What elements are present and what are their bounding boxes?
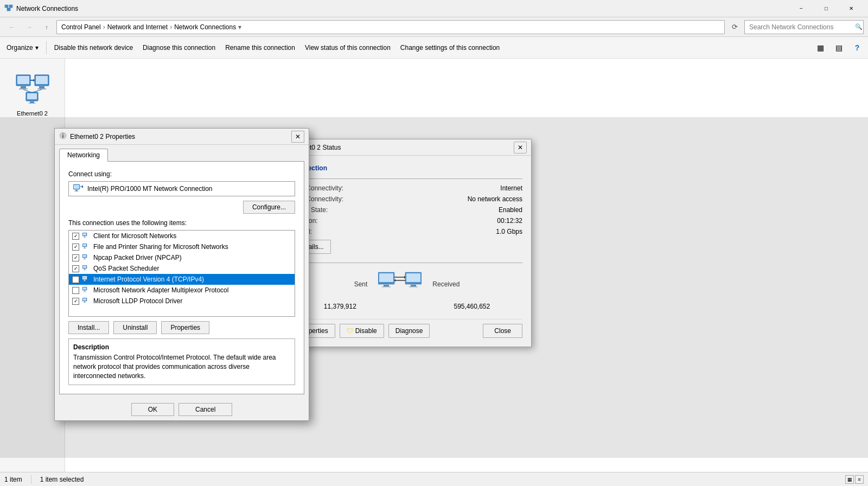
back-button[interactable]: ← <box>4 20 20 35</box>
svg-line-19 <box>23 89 31 92</box>
list-item[interactable]: ✓Client for Microsoft Networks <box>69 231 295 241</box>
breadcrumb-network-internet[interactable]: Network and Internet <box>107 23 168 31</box>
duration-value: 00:12:32 <box>497 217 522 225</box>
view-list-button[interactable]: ≡ <box>855 475 864 484</box>
list-item-checkbox[interactable]: ✓ <box>72 254 79 261</box>
list-item[interactable]: ✓Microsoft LLDP Protocol Driver <box>69 296 295 306</box>
list-item-checkbox[interactable]: ✓ <box>72 233 79 240</box>
svg-rect-51 <box>83 255 86 257</box>
svg-rect-27 <box>411 285 416 286</box>
view-status-button[interactable]: View status of this connection <box>301 39 395 57</box>
network-device-icon[interactable] <box>15 69 50 106</box>
search-icon-button[interactable]: 🔍 <box>855 23 863 30</box>
adapter-row: Intel(R) PRO/1000 MT Network Connection <box>68 181 295 196</box>
dialog-overlay: Ethernet0 2 Status ✕ Connection IPv4 Con… <box>0 117 868 458</box>
list-item-checkbox[interactable]: ✓ <box>72 265 79 272</box>
list-item[interactable]: ✓QoS Packet Scheduler <box>69 263 295 274</box>
activity-row: Sent <box>291 270 522 298</box>
disable-button[interactable]: Disable this network device <box>50 39 137 57</box>
list-item-checkbox[interactable]: ✓ <box>72 298 79 305</box>
svg-rect-35 <box>62 135 63 138</box>
list-item[interactable]: ✓Internet Protocol Version 4 (TCP/IPv4) <box>69 274 295 285</box>
breadcrumb-network-connections[interactable]: Network Connections <box>174 23 236 31</box>
status-dialog-title: Ethernet0 2 Status <box>287 144 514 151</box>
rename-button[interactable]: Rename this connection <box>221 39 299 57</box>
svg-rect-22 <box>379 273 393 282</box>
status-row-duration: Duration: 00:12:32 <box>291 217 522 225</box>
activity-section: Sent <box>291 263 522 310</box>
list-item[interactable]: Microsoft Network Adapter Multiplexor Pr… <box>69 285 295 296</box>
svg-rect-68 <box>84 302 85 303</box>
connect-using-label: Connect using: <box>68 170 295 178</box>
maximize-button[interactable]: □ <box>814 0 839 17</box>
install-button[interactable]: Install... <box>68 321 109 334</box>
ok-cancel-buttons: OK Cancel <box>55 399 309 420</box>
list-item-label: Microsoft LLDP Protocol Driver <box>93 297 291 305</box>
svg-rect-65 <box>84 292 86 292</box>
view-small-button[interactable]: ▦ <box>845 475 854 484</box>
item-selected: 1 item selected <box>40 476 84 483</box>
breadcrumb-control-panel[interactable]: Control Panel <box>61 23 101 31</box>
svg-rect-24 <box>382 286 391 287</box>
svg-rect-8 <box>19 88 28 89</box>
breadcrumb: Control Panel › Network and Internet › N… <box>56 20 725 34</box>
change-settings-button[interactable]: Change settings of this connection <box>396 39 504 57</box>
up-button[interactable]: ↑ <box>39 20 54 35</box>
svg-rect-0 <box>5 5 8 8</box>
rename-label: Rename this connection <box>225 44 295 52</box>
svg-rect-49 <box>84 248 86 249</box>
window-title: Network Connections <box>16 5 789 12</box>
status-section-title: Connection <box>291 164 522 172</box>
list-item-label: QoS Packet Scheduler <box>93 265 291 272</box>
svg-rect-47 <box>83 244 86 246</box>
svg-rect-56 <box>84 269 85 270</box>
ipv6-value: No network access <box>468 195 522 203</box>
configure-button[interactable]: Configure... <box>243 201 295 214</box>
properties-button[interactable]: Properties <box>161 321 209 334</box>
svg-rect-55 <box>83 266 86 268</box>
speed-value: 1.0 Gbps <box>496 228 522 235</box>
view-icon-2: ▤ <box>835 43 843 52</box>
list-item-checkbox[interactable]: ✓ <box>72 276 79 283</box>
props-close-button[interactable]: ✕ <box>291 131 304 143</box>
svg-rect-61 <box>84 281 86 282</box>
status-close-button[interactable]: Close <box>483 324 522 338</box>
adapter-icon <box>73 184 83 194</box>
list-item-checkbox[interactable] <box>72 287 79 294</box>
status-diagnose-button[interactable]: Diagnose <box>388 324 430 338</box>
status-disable-label: Disable <box>355 327 377 335</box>
organize-button[interactable]: Organize ▾ <box>2 39 43 57</box>
ok-button[interactable]: OK <box>131 403 174 416</box>
list-item-label: Client for Microsoft Networks <box>93 232 291 240</box>
list-item-label: Microsoft Network Adapter Multiplexor Pr… <box>93 286 291 294</box>
minimize-button[interactable]: − <box>789 0 814 17</box>
status-disable-button[interactable]: 🛡 Disable <box>340 324 384 338</box>
refresh-button[interactable]: ⟳ <box>727 20 742 35</box>
status-dialog-titlebar: Ethernet0 2 Status ✕ <box>283 139 531 156</box>
uninstall-button[interactable]: Uninstall <box>113 321 157 334</box>
cancel-button[interactable]: Cancel <box>178 403 232 416</box>
list-item[interactable]: ✓File and Printer Sharing for Microsoft … <box>69 241 295 252</box>
list-item-checkbox[interactable]: ✓ <box>72 244 79 251</box>
search-input[interactable] <box>744 20 864 34</box>
list-item-icon <box>82 297 90 305</box>
list-item-icon <box>82 275 90 284</box>
status-dialog-close-button[interactable]: ✕ <box>514 142 527 154</box>
svg-rect-7 <box>21 86 26 88</box>
toolbar-separator-1 <box>46 41 47 54</box>
disable-label: Disable this network device <box>54 44 133 52</box>
help-button[interactable]: ? <box>848 39 866 56</box>
tab-networking[interactable]: Networking <box>59 149 108 162</box>
view-icon-1-button[interactable]: ▦ <box>812 39 829 56</box>
svg-rect-57 <box>84 270 86 271</box>
view-icon-2-button[interactable]: ▤ <box>830 39 847 56</box>
status-content: Connection IPv4 Connectivity: Internet I… <box>283 156 531 347</box>
status-row-speed: Speed: 1.0 Gbps <box>291 228 522 235</box>
close-button[interactable]: ✕ <box>839 0 864 17</box>
list-item-label: Npcap Packet Driver (NPCAP) <box>93 254 291 261</box>
forward-button[interactable]: → <box>22 20 37 35</box>
diagnose-button[interactable]: Diagnose this connection <box>138 39 220 57</box>
list-item[interactable]: ✓Npcap Packet Driver (NPCAP) <box>69 252 295 263</box>
svg-rect-53 <box>84 259 86 260</box>
shield-icon: 🛡 <box>347 327 353 335</box>
